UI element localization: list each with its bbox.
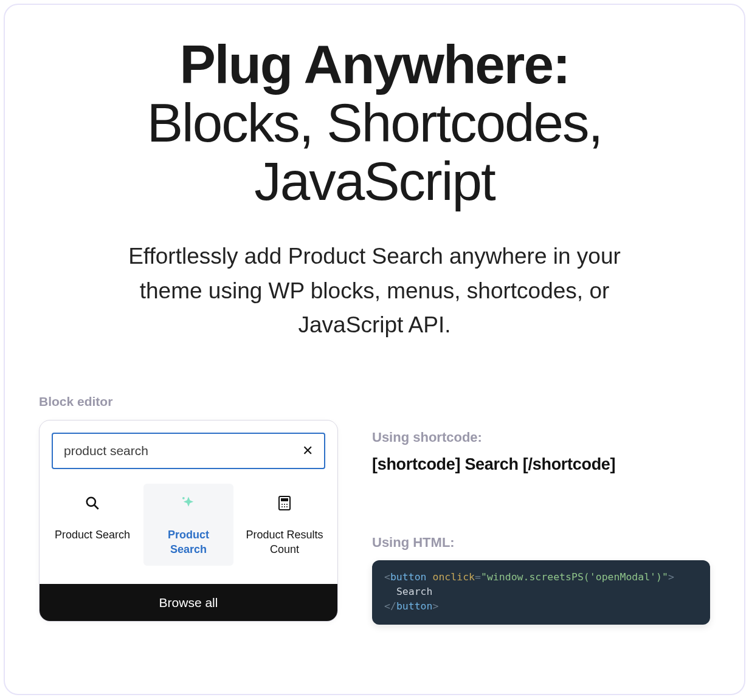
calculator-icon bbox=[244, 493, 325, 513]
svg-point-5 bbox=[281, 504, 283, 505]
hero-title-rest: Blocks, Shortcodes, JavaScript bbox=[147, 92, 602, 211]
feature-card: Plug Anywhere: Blocks, Shortcodes, JavaS… bbox=[4, 4, 745, 695]
svg-point-6 bbox=[284, 504, 285, 505]
code-string: "window.screetsPS('openModal')" bbox=[481, 571, 668, 583]
block-editor-label: Block editor bbox=[39, 394, 338, 409]
svg-point-0 bbox=[87, 498, 95, 506]
hero: Plug Anywhere: Blocks, Shortcodes, JavaS… bbox=[39, 35, 710, 342]
code-tag-open: button bbox=[390, 571, 427, 583]
svg-point-10 bbox=[286, 506, 288, 507]
code-inner: Search bbox=[396, 586, 433, 597]
svg-point-9 bbox=[284, 506, 285, 507]
block-editor-panel: ✕ Product Search Product Sear bbox=[39, 420, 338, 622]
search-icon bbox=[52, 493, 133, 513]
block-tiles: Product Search Product Search Product Re… bbox=[40, 479, 337, 584]
code-attr: onclick bbox=[432, 571, 475, 583]
code-snippet: <button onclick="window.screetsPS('openM… bbox=[372, 560, 710, 625]
shortcode-section: Using shortcode: [shortcode] Search [/sh… bbox=[372, 430, 710, 474]
svg-point-2 bbox=[182, 497, 185, 499]
shortcode-text: [shortcode] Search [/shortcode] bbox=[372, 455, 710, 474]
code-tag-close: button bbox=[396, 600, 433, 612]
svg-line-1 bbox=[94, 505, 98, 509]
hero-title: Plug Anywhere: Blocks, Shortcodes, JavaS… bbox=[39, 35, 710, 210]
tile-product-results-count[interactable]: Product Results Count bbox=[240, 484, 330, 566]
html-section: Using HTML: <button onclick="window.scre… bbox=[372, 535, 710, 625]
svg-rect-4 bbox=[281, 498, 288, 501]
block-editor-top: ✕ bbox=[40, 420, 337, 479]
html-label: Using HTML: bbox=[372, 535, 710, 551]
svg-point-7 bbox=[286, 504, 288, 505]
block-search-input[interactable] bbox=[64, 444, 302, 458]
block-editor-column: Block editor ✕ Product Search bbox=[39, 394, 338, 622]
tile-product-search-plugin[interactable]: Product Search bbox=[143, 484, 233, 566]
hero-subtitle: Effortlessly add Product Search anywhere… bbox=[107, 239, 642, 342]
sparkle-icon bbox=[148, 493, 229, 513]
hero-title-bold: Plug Anywhere: bbox=[179, 34, 569, 95]
columns: Block editor ✕ Product Search bbox=[39, 394, 710, 625]
shortcode-label: Using shortcode: bbox=[372, 430, 710, 445]
tile-product-search-core[interactable]: Product Search bbox=[47, 484, 137, 566]
tile-label: Product Results Count bbox=[244, 527, 325, 557]
clear-icon[interactable]: ✕ bbox=[302, 444, 313, 458]
tile-label: Product Search bbox=[148, 527, 229, 557]
svg-point-8 bbox=[281, 506, 283, 507]
block-search[interactable]: ✕ bbox=[52, 433, 325, 469]
tile-label: Product Search bbox=[52, 527, 133, 542]
snippets-column: Using shortcode: [shortcode] Search [/sh… bbox=[372, 394, 710, 625]
browse-all-button[interactable]: Browse all bbox=[40, 584, 337, 621]
